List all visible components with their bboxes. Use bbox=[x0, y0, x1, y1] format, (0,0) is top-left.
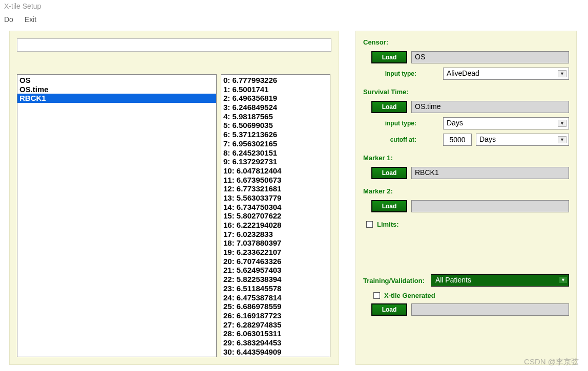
value-item[interactable]: 18: 7.037880397 bbox=[223, 238, 328, 248]
value-item[interactable]: 28: 6.063015311 bbox=[223, 329, 328, 338]
value-item[interactable]: 6: 5.371213626 bbox=[223, 130, 328, 139]
training-select[interactable]: All Patients bbox=[431, 274, 569, 287]
value-item[interactable]: 2: 6.496356819 bbox=[223, 94, 328, 103]
marker2-label: Marker 2: bbox=[363, 187, 569, 195]
variable-item[interactable]: OS.time bbox=[19, 85, 214, 94]
marker1-load-button[interactable]: Load bbox=[371, 167, 407, 179]
survival-load-button[interactable]: Load bbox=[371, 101, 407, 113]
training-load-button[interactable]: Load bbox=[371, 303, 407, 316]
value-item[interactable]: 15: 5.802707622 bbox=[223, 211, 328, 221]
survival-input-type-select[interactable]: Days bbox=[443, 117, 569, 129]
censor-section: Censor: Load OS input type: AliveDead bbox=[363, 38, 569, 80]
survival-field[interactable]: OS.time bbox=[411, 101, 569, 113]
marker1-section: Marker 1: Load RBCK1 bbox=[363, 154, 569, 179]
value-item[interactable]: 24: 6.475387814 bbox=[223, 293, 328, 302]
limits-label: Limits: bbox=[377, 221, 399, 228]
limits-checkbox[interactable] bbox=[366, 221, 373, 228]
variable-item[interactable]: RBCK1 bbox=[17, 94, 216, 103]
search-input[interactable] bbox=[17, 38, 331, 52]
value-item[interactable]: 30: 6.443594909 bbox=[223, 347, 328, 357]
value-item[interactable]: 14: 6.734750304 bbox=[223, 203, 328, 212]
variable-item[interactable]: OS bbox=[19, 76, 214, 85]
value-item[interactable]: 27: 6.282974835 bbox=[223, 320, 328, 330]
value-item[interactable]: 26: 6.169187723 bbox=[223, 311, 328, 320]
survival-cutoff-value[interactable]: 5000 bbox=[443, 134, 472, 146]
value-item[interactable]: 23: 6.511845578 bbox=[223, 284, 328, 293]
value-item[interactable]: 5: 6.50699035 bbox=[223, 121, 328, 130]
value-item[interactable]: 12: 6.773321681 bbox=[223, 184, 328, 193]
value-item[interactable]: 8: 6.245230151 bbox=[223, 148, 328, 158]
xtile-gen-checkbox[interactable] bbox=[373, 292, 380, 299]
menu-do[interactable]: Do bbox=[4, 15, 13, 24]
marker2-section: Marker 2: Load bbox=[363, 187, 569, 212]
marker1-label: Marker 1: bbox=[363, 154, 569, 162]
menu-exit[interactable]: Exit bbox=[25, 15, 36, 24]
training-label: Training/Validation: bbox=[363, 277, 425, 285]
value-item[interactable]: 17: 6.0232833 bbox=[223, 230, 328, 239]
survival-section: Survival Time: Load OS.time input type: … bbox=[363, 88, 569, 146]
value-item[interactable]: 21: 5.624957403 bbox=[223, 266, 328, 275]
value-item[interactable]: 0: 6.777993226 bbox=[223, 76, 328, 85]
settings-panel: Censor: Load OS input type: AliveDead Su… bbox=[355, 31, 577, 365]
value-item[interactable]: 9: 6.137292731 bbox=[223, 157, 328, 166]
values-list[interactable]: 0: 6.7779932261: 6.50017412: 6.496356819… bbox=[221, 74, 330, 357]
marker1-field[interactable]: RBCK1 bbox=[411, 167, 569, 179]
value-item[interactable]: 1: 6.5001741 bbox=[223, 85, 328, 94]
marker2-load-button[interactable]: Load bbox=[371, 200, 407, 212]
value-item[interactable]: 22: 5.822538394 bbox=[223, 275, 328, 284]
survival-cutoff-unit-select[interactable]: Days bbox=[476, 134, 569, 146]
survival-cutoff-label: cutoff at: bbox=[363, 136, 418, 143]
censor-input-type-select[interactable]: AliveDead bbox=[443, 68, 569, 80]
xtile-gen-row: X-tile Generated bbox=[373, 292, 569, 299]
value-item[interactable]: 13: 5.563033779 bbox=[223, 193, 328, 203]
value-item[interactable]: 20: 6.707463326 bbox=[223, 257, 328, 266]
censor-field[interactable]: OS bbox=[411, 51, 569, 63]
value-item[interactable]: 29: 6.383294453 bbox=[223, 338, 328, 347]
data-panel: OSOS.timeRBCK1 0: 6.7779932261: 6.500174… bbox=[9, 31, 339, 365]
value-item[interactable]: 7: 6.956302165 bbox=[223, 139, 328, 148]
survival-input-type-label: input type: bbox=[363, 120, 418, 127]
variables-list[interactable]: OSOS.timeRBCK1 bbox=[17, 74, 217, 357]
window-title: X-tile Setup bbox=[0, 0, 588, 12]
xtile-gen-label: X-tile Generated bbox=[384, 292, 435, 299]
censor-load-button[interactable]: Load bbox=[371, 51, 407, 63]
survival-label: Survival Time: bbox=[363, 88, 569, 96]
training-field[interactable] bbox=[411, 303, 569, 316]
training-row: Training/Validation: All Patients bbox=[363, 274, 569, 287]
marker2-field[interactable] bbox=[411, 200, 569, 212]
value-item[interactable]: 25: 6.686978559 bbox=[223, 302, 328, 311]
limits-row: Limits: bbox=[366, 221, 569, 228]
menu-bar: Do Exit bbox=[0, 12, 588, 27]
value-item[interactable]: 19: 6.233622107 bbox=[223, 248, 328, 257]
value-item[interactable]: 4: 5.98187565 bbox=[223, 112, 328, 121]
value-item[interactable]: 11: 6.673950673 bbox=[223, 176, 328, 185]
value-item[interactable]: 10: 6.047812404 bbox=[223, 166, 328, 176]
censor-input-type-label: input type: bbox=[363, 70, 418, 77]
value-item[interactable]: 3: 6.246849524 bbox=[223, 103, 328, 112]
censor-label: Censor: bbox=[363, 38, 569, 46]
value-item[interactable]: 16: 6.222194028 bbox=[223, 221, 328, 230]
